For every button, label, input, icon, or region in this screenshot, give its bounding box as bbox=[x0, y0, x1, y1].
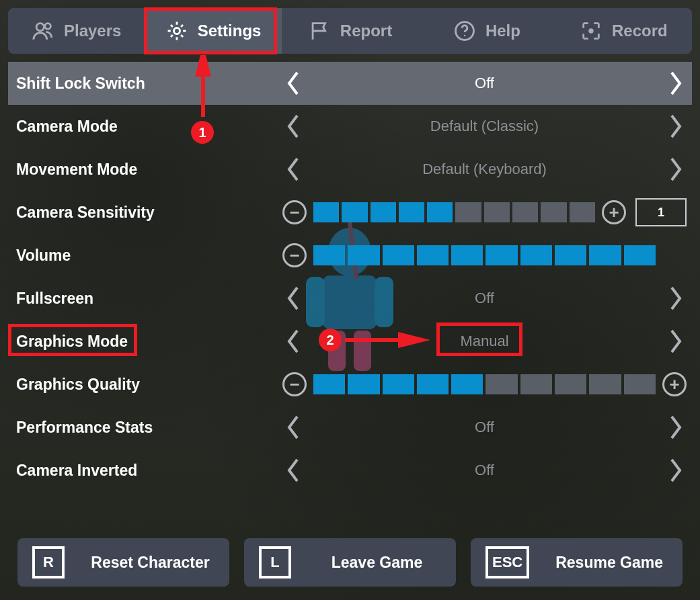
row-graphics-mode: Graphics Mode Manual bbox=[8, 320, 692, 363]
row-fullscreen: Fullscreen Off bbox=[8, 277, 692, 320]
graphics-quality-minus[interactable]: − bbox=[282, 372, 307, 396]
camera-sensitivity-label: Camera Sensitivity bbox=[13, 204, 282, 222]
chevron-right-icon bbox=[667, 328, 685, 355]
camera-mode-value: Default (Classic) bbox=[304, 118, 665, 135]
camera-inverted-value: Off bbox=[304, 462, 665, 479]
movement-mode-value: Default (Keyboard) bbox=[304, 161, 665, 178]
slider-segment bbox=[313, 202, 339, 222]
resume-game-button[interactable]: ESC Resume Game bbox=[471, 538, 683, 587]
keycap-l: L bbox=[259, 546, 291, 578]
chevron-right-icon bbox=[667, 414, 685, 441]
chevron-left-icon bbox=[284, 414, 302, 441]
reset-character-label: Reset Character bbox=[85, 554, 229, 572]
chevron-left-icon bbox=[284, 70, 302, 97]
slider-segment bbox=[589, 245, 621, 265]
tab-record[interactable]: Record bbox=[555, 8, 692, 54]
help-icon bbox=[453, 19, 476, 42]
slider-segment bbox=[313, 245, 345, 265]
tab-help[interactable]: Help bbox=[418, 8, 555, 54]
leave-game-button[interactable]: L Leave Game bbox=[244, 538, 456, 587]
top-nav: Players Settings Report Help Record bbox=[8, 8, 692, 54]
slider-segment bbox=[342, 202, 367, 222]
graphics-quality-label: Graphics Quality bbox=[13, 376, 282, 394]
camera-inverted-prev[interactable] bbox=[282, 455, 304, 486]
shift-lock-next[interactable] bbox=[665, 68, 687, 99]
tab-report-label: Report bbox=[340, 22, 392, 40]
tab-players[interactable]: Players bbox=[8, 8, 145, 54]
shift-lock-label: Shift Lock Switch bbox=[13, 75, 282, 93]
camera-mode-next[interactable] bbox=[665, 111, 687, 142]
camera-mode-label: Camera Mode bbox=[13, 118, 282, 136]
volume-label: Volume bbox=[13, 247, 282, 265]
row-graphics-quality: Graphics Quality − + bbox=[8, 363, 692, 406]
tab-help-label: Help bbox=[485, 22, 520, 40]
chevron-right-icon bbox=[667, 285, 685, 312]
tab-record-label: Record bbox=[612, 22, 668, 40]
slider-segment bbox=[417, 245, 449, 265]
chevron-left-icon bbox=[284, 156, 302, 183]
fullscreen-label: Fullscreen bbox=[13, 290, 282, 308]
camera-sensitivity-plus[interactable]: + bbox=[602, 200, 626, 224]
movement-mode-next[interactable] bbox=[665, 154, 687, 185]
chevron-left-icon bbox=[284, 113, 302, 140]
fullscreen-prev[interactable] bbox=[282, 283, 304, 314]
slider-segment bbox=[348, 374, 379, 394]
slider-segment bbox=[371, 202, 396, 222]
reset-character-button[interactable]: R Reset Character bbox=[17, 538, 229, 587]
chevron-left-icon bbox=[284, 457, 302, 484]
slider-segment bbox=[455, 202, 481, 222]
slider-segment bbox=[555, 245, 586, 265]
camera-sensitivity-bar[interactable] bbox=[313, 202, 595, 222]
performance-stats-value: Off bbox=[304, 419, 665, 436]
slider-segment bbox=[417, 374, 449, 394]
camera-sensitivity-minus[interactable]: − bbox=[282, 200, 307, 224]
graphics-mode-prev[interactable] bbox=[282, 326, 304, 357]
slider-segment bbox=[451, 245, 483, 265]
svg-point-11 bbox=[173, 28, 180, 34]
shift-lock-prev[interactable] bbox=[282, 68, 304, 99]
graphics-mode-value: Manual bbox=[304, 333, 665, 350]
performance-stats-label: Performance Stats bbox=[13, 419, 282, 437]
performance-stats-prev[interactable] bbox=[282, 412, 304, 443]
volume-bar[interactable] bbox=[313, 245, 656, 265]
slider-segment bbox=[589, 374, 621, 394]
slider-segment bbox=[427, 202, 453, 222]
slider-segment bbox=[485, 245, 517, 265]
slider-segment bbox=[520, 245, 552, 265]
row-movement-mode: Movement Mode Default (Keyboard) bbox=[8, 148, 692, 191]
camera-sensitivity-input[interactable]: 1 bbox=[635, 198, 687, 226]
camera-inverted-label: Camera Inverted bbox=[13, 462, 282, 480]
slider-segment bbox=[570, 202, 595, 222]
row-camera-inverted: Camera Inverted Off bbox=[8, 449, 692, 492]
fullscreen-next[interactable] bbox=[665, 283, 687, 314]
row-volume: Volume − bbox=[8, 234, 692, 277]
camera-inverted-next[interactable] bbox=[665, 455, 687, 486]
chevron-right-icon bbox=[667, 457, 685, 484]
tab-report[interactable]: Report bbox=[282, 8, 418, 54]
settings-list: Shift Lock Switch Off Camera Mode Defaul… bbox=[8, 62, 692, 492]
record-icon bbox=[580, 19, 602, 42]
bottom-buttons: R Reset Character L Leave Game ESC Resum… bbox=[0, 538, 700, 587]
slider-segment bbox=[383, 245, 414, 265]
graphics-mode-label: Graphics Mode bbox=[13, 333, 282, 351]
slider-segment bbox=[348, 245, 379, 265]
slider-segment bbox=[485, 374, 517, 394]
tab-settings[interactable]: Settings bbox=[145, 8, 281, 54]
graphics-mode-next[interactable] bbox=[665, 326, 687, 357]
svg-point-13 bbox=[464, 35, 466, 37]
slider-segment bbox=[624, 374, 656, 394]
graphics-quality-bar[interactable] bbox=[313, 374, 656, 394]
row-shift-lock: Shift Lock Switch Off bbox=[8, 62, 692, 105]
chevron-left-icon bbox=[284, 285, 302, 312]
svg-point-10 bbox=[45, 24, 51, 30]
movement-mode-prev[interactable] bbox=[282, 154, 304, 185]
chevron-right-icon bbox=[667, 113, 685, 140]
tab-settings-label: Settings bbox=[198, 22, 262, 40]
volume-minus[interactable]: − bbox=[282, 243, 307, 267]
gear-icon bbox=[165, 19, 188, 42]
fullscreen-value: Off bbox=[304, 290, 665, 307]
graphics-quality-plus[interactable]: + bbox=[662, 372, 687, 396]
camera-mode-prev[interactable] bbox=[282, 111, 304, 142]
slider-segment bbox=[520, 374, 552, 394]
performance-stats-next[interactable] bbox=[665, 412, 687, 443]
